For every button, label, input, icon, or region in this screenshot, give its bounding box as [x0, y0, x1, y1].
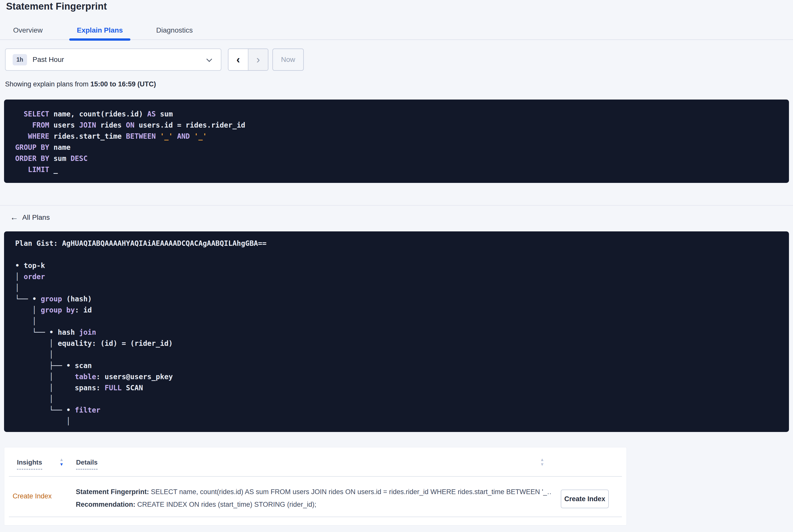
tree-connector: │ — [15, 317, 36, 325]
code-line: │ equality: (id) = (rider_id) — [15, 338, 778, 349]
chevron-right-icon: › — [257, 54, 260, 65]
sort-icon-insights[interactable]: ▲ ▼ — [59, 457, 64, 467]
tab-overview[interactable]: Overview — [5, 21, 50, 39]
plain-token: sum — [49, 154, 71, 163]
plain-token: equality: (id) = (rider_id) — [58, 339, 173, 347]
keyword-token: table — [75, 373, 96, 381]
time-range-dropdown[interactable]: 1h Past Hour — [5, 49, 221, 71]
keyword-token: DESC — [71, 154, 88, 163]
tree-connector: │ — [15, 272, 24, 281]
literal-token: '_' — [194, 132, 207, 140]
plain-token: name, count(rides.id) — [49, 110, 147, 118]
plain-token: users.id = rides.rider_id — [134, 121, 245, 129]
sql-code: SELECT name, count(rides.id) AS sum FROM… — [15, 109, 778, 175]
keyword-token: BETWEEN — [126, 132, 156, 140]
tree-connector: └── — [15, 295, 32, 303]
detail-label: Statement Fingerprint: — [76, 488, 151, 496]
keyword-token: FULL — [105, 384, 121, 392]
statement-fingerprint-page: { "page": { "title": "Statement Fingerpr… — [0, 0, 793, 532]
insight-type-link[interactable]: Create Index — [13, 492, 52, 500]
active-tab-underline — [69, 38, 130, 41]
sort-down-arrow-icon: ▼ — [540, 462, 544, 467]
keyword-token: order — [24, 272, 45, 281]
code-line: • top-k — [15, 260, 778, 271]
chevron-down-icon — [206, 56, 212, 62]
time-range-label: Past Hour — [33, 56, 64, 64]
create-index-button[interactable]: Create Index — [561, 490, 609, 508]
keyword-token: JOIN — [79, 121, 96, 129]
literal-token: '_' — [160, 132, 173, 140]
table-row-divider — [9, 517, 622, 517]
column-header-insights[interactable]: Insights — [17, 458, 42, 470]
plain-token: • hash — [49, 328, 79, 337]
plain-token — [15, 132, 28, 140]
tab-diagnostics[interactable]: Diagnostics — [149, 21, 201, 39]
now-button[interactable]: Now — [272, 49, 304, 71]
code-line: └── • hash join — [15, 327, 778, 338]
code-line: │ — [15, 416, 778, 427]
keyword-token: FROM — [32, 121, 49, 129]
code-line: │ table: users@users_pkey — [15, 371, 778, 382]
tab-bar: Overview Explain Plans Diagnostics — [0, 21, 793, 40]
time-pager: ‹ › — [228, 49, 268, 71]
all-plans-back-link[interactable]: ← All Plans — [10, 213, 50, 222]
detail-text: SELECT name, count(rides.id) AS sum FROM… — [151, 488, 551, 496]
tab-diagnostics-label: Diagnostics — [156, 26, 193, 34]
section-divider — [0, 205, 793, 206]
keyword-token: ON — [126, 121, 134, 129]
code-line: ORDER BY sum DESC — [15, 153, 778, 164]
plain-token: rides — [96, 121, 126, 129]
plain-token: SCAN — [121, 384, 143, 392]
tree-connector: │ — [15, 284, 19, 292]
plain-token — [15, 110, 24, 118]
detail-line: Recommendation: CREATE INDEX ON rides (s… — [76, 498, 551, 511]
plain-token: : users@users_pkey — [96, 373, 173, 381]
plan-tree: • top-k│ order│└── • group (hash) │ grou… — [15, 260, 778, 427]
tree-connector: │ — [15, 306, 41, 314]
plan-gist-value: AgHUAQIABQAAAAHYAQIAiAEAAAADCQACAgAABQIL… — [62, 239, 266, 248]
code-line: └── • filter — [15, 405, 778, 416]
explain-plan-box: Plan Gist: AgHUAQIABQAAAAHYAQIAiAEAAAADC… — [4, 231, 789, 432]
tree-connector: │ — [15, 395, 54, 403]
code-line: │ — [15, 282, 778, 293]
tree-connector: │ — [15, 339, 58, 347]
keyword-token: WHERE — [28, 132, 49, 140]
code-line: WHERE rides.start_time BETWEEN '_' AND '… — [15, 131, 778, 142]
code-line: │ — [15, 316, 778, 327]
sort-up-arrow-icon: ▲ — [540, 457, 544, 462]
code-line: │ — [15, 394, 778, 405]
code-line: │ group by: id — [15, 305, 778, 316]
tab-explain-plans-label: Explain Plans — [77, 26, 123, 34]
code-line: │ — [15, 349, 778, 360]
tree-connector: │ — [15, 373, 75, 381]
detail-text: CREATE INDEX ON rides (start_time) STORI… — [137, 501, 316, 508]
plain-token: _ — [49, 166, 58, 174]
arrow-left-icon: ← — [10, 213, 18, 222]
detail-label: Recommendation: — [76, 501, 137, 508]
next-time-button[interactable]: › — [248, 49, 268, 70]
plain-token: sum — [156, 110, 173, 118]
sort-up-arrow-icon: ▲ — [59, 457, 64, 462]
sort-icon-details[interactable]: ▲ ▼ — [540, 457, 544, 467]
keyword-token: GROUP BY — [15, 143, 49, 152]
page-title: Statement Fingerprint — [6, 1, 107, 12]
code-line: SELECT name, count(rides.id) AS sum — [15, 109, 778, 120]
tree-connector: │ — [15, 384, 75, 392]
tab-explain-plans[interactable]: Explain Plans — [69, 21, 130, 39]
code-line: GROUP BY name — [15, 142, 778, 153]
plain-token: rides.start_time — [49, 132, 126, 140]
keyword-token: SELECT — [24, 110, 49, 118]
plain-token: spans: — [75, 384, 105, 392]
showing-range-prefix: Showing explain plans from — [5, 80, 91, 88]
keyword-token: AS — [147, 110, 156, 118]
plain-token: • top-k — [15, 262, 45, 270]
prev-time-button[interactable]: ‹ — [228, 49, 248, 70]
tree-connector: │ — [15, 417, 71, 425]
column-header-details[interactable]: Details — [76, 458, 97, 470]
keyword-token: AND — [177, 132, 190, 140]
code-line: ├── • scan — [15, 360, 778, 371]
plain-token — [156, 132, 160, 140]
time-range-badge: 1h — [13, 54, 27, 65]
code-line: │ order — [15, 271, 778, 282]
keyword-token: ORDER BY — [15, 154, 49, 163]
